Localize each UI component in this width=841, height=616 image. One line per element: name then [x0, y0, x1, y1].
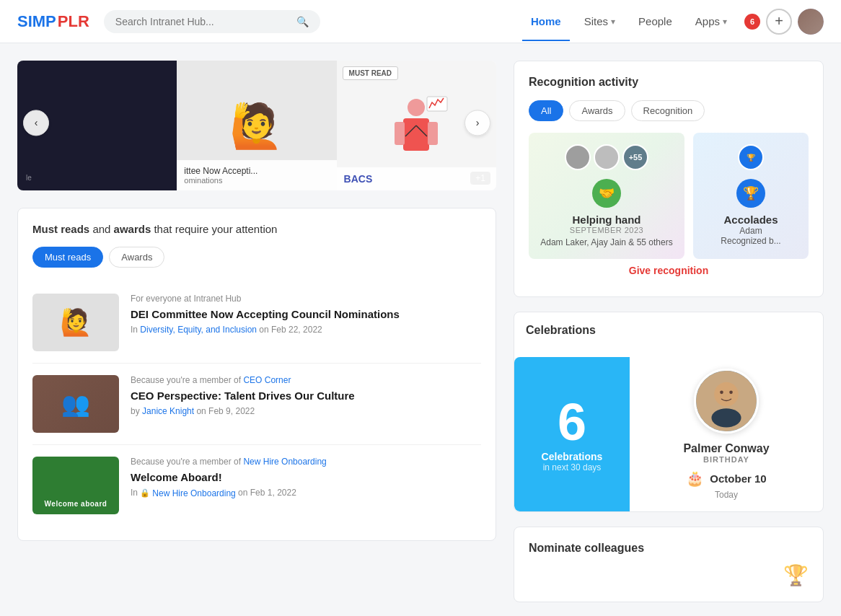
carousel-slides: le 🙋 ittee Now Accepti... ominations MUS… — [17, 61, 496, 190]
recognition-tab-all[interactable]: All — [529, 100, 563, 121]
svg-point-10 — [720, 391, 723, 395]
slide-3-illustration — [380, 82, 452, 169]
page-content: le 🙋 ittee Now Accepti... ominations MUS… — [0, 43, 841, 616]
must-reads-tabs: Must reads Awards — [32, 247, 481, 268]
article-welcome-group-link[interactable]: New Hire Onboarding — [243, 457, 326, 467]
today-badge: Today — [715, 490, 738, 500]
rec-helping-title: Helping hand — [540, 214, 673, 226]
article-ceo-author-link[interactable]: Janice Knight — [142, 406, 194, 416]
svg-rect-6 — [427, 97, 447, 111]
celebrations-card: Celebrations 6 Celebrations in next 30 d… — [514, 312, 824, 512]
person-avatar — [694, 369, 759, 434]
rec-avatar-plus: +55 — [622, 144, 648, 170]
article-dei-sub: In Diversity, Equity, and Inclusion on F… — [131, 325, 400, 335]
article-welcome-thumb: Welcome aboard — [32, 457, 119, 514]
carousel-slide-2: 🙋 ittee Now Accepti... ominations — [177, 61, 336, 190]
rec-helping-people: Adam Laker, Ajay Jain & 55 others — [540, 237, 673, 247]
give-recognition-button[interactable]: Give recognition — [529, 259, 809, 282]
article-dei-audience: For everyone at Intranet Hub — [131, 294, 400, 304]
svg-point-8 — [714, 382, 739, 407]
add-button[interactable]: + — [766, 9, 792, 35]
slide-1-text: le — [26, 174, 32, 182]
carousel: le 🙋 ittee Now Accepti... ominations MUS… — [17, 61, 496, 190]
nominate-title: Nominate colleagues — [529, 542, 809, 555]
main-nav: Home Sites ▾ People Apps ▾ 6 + — [522, 9, 824, 35]
rec-helping-date: SEPTEMBER 2023 — [540, 226, 673, 234]
slide-3-title: BACS — [337, 167, 496, 190]
nav-apps[interactable]: Apps ▾ — [687, 9, 736, 33]
article-dei-title[interactable]: DEI Committee Now Accepting Council Nomi… — [131, 307, 400, 322]
article-dei: 🙋 For everyone at Intranet Hub DEI Commi… — [32, 282, 481, 364]
celebrations-inner: 6 Celebrations in next 30 days — [514, 357, 823, 511]
person-birthday-label: BIRTHDAY — [703, 455, 749, 464]
main-column: le 🙋 ittee Now Accepti... ominations MUS… — [17, 61, 496, 602]
birthday-row: 🎂 October 10 — [686, 470, 766, 487]
article-ceo-title[interactable]: CEO Perspective: Talent Drives Our Cultu… — [131, 388, 355, 403]
svg-point-0 — [408, 99, 425, 116]
welcome-thumb-text: Welcome aboard — [45, 500, 107, 509]
logo-sim: SIMP — [17, 12, 56, 31]
birthday-cake-icon: 🎂 — [686, 470, 704, 487]
rec-avatar-1 — [565, 144, 591, 170]
svg-rect-3 — [428, 122, 438, 145]
user-avatar-img — [798, 9, 824, 35]
must-reads-intro: Must reads and awards that require your … — [32, 223, 481, 235]
recognition-tab-awards[interactable]: Awards — [569, 100, 625, 121]
article-ceo-group-link[interactable]: CEO Corner — [243, 375, 291, 385]
helping-hand-badge-icon: 🤝 — [592, 179, 621, 208]
recognition-cards: +55 🤝 Helping hand SEPTEMBER 2023 Adam L… — [529, 133, 809, 259]
notification-badge: 6 — [744, 14, 760, 30]
person-face-svg — [696, 369, 757, 434]
article-dei-thumb: 🙋 — [32, 294, 119, 351]
carousel-next-button[interactable]: › — [464, 110, 490, 136]
user-avatar[interactable] — [798, 9, 824, 35]
celebrations-count-panel: 6 Celebrations in next 30 days — [514, 357, 630, 511]
celebrations-title: Celebrations — [526, 324, 811, 337]
recognition-card-helping-hand: +55 🤝 Helping hand SEPTEMBER 2023 Adam L… — [529, 133, 684, 259]
must-read-badge: MUST READ — [343, 66, 398, 80]
accolades-badge-icon: 🏆 — [736, 179, 765, 208]
search-box[interactable]: 🔍 — [104, 10, 320, 33]
svg-rect-2 — [395, 122, 405, 145]
notification-bell[interactable]: 6 — [741, 14, 760, 30]
nominate-icon-wrap: 🏆 — [529, 563, 809, 587]
lock-icon: 🔒 — [140, 488, 150, 498]
logo-plr: PLR — [58, 12, 89, 31]
trophy-icon: 🏆 — [783, 563, 809, 587]
welcome-category-wrap: 🔒 New Hire Onboarding — [140, 488, 235, 498]
tab-awards[interactable]: Awards — [109, 247, 164, 268]
person-name: Palmer Conway — [683, 442, 769, 455]
dei-thumb-icon: 🙋 — [60, 307, 92, 338]
nav-sites[interactable]: Sites ▾ — [576, 9, 624, 33]
rec-avatar-2 — [594, 144, 620, 170]
logo[interactable]: SIMPPLR — [17, 12, 89, 31]
rec-accolades-title: Accolades — [705, 214, 797, 226]
search-icon: 🔍 — [296, 16, 309, 27]
article-ceo-body: Because you're a member of CEO Corner CE… — [131, 375, 355, 416]
svg-point-9 — [711, 408, 741, 427]
recognition-tab-recognition[interactable]: Recognition — [631, 100, 705, 121]
nav-home[interactable]: Home — [522, 9, 570, 33]
article-welcome-title[interactable]: Welcome Aboard! — [131, 470, 327, 485]
recognition-title: Recognition activity — [529, 76, 809, 89]
article-welcome-audience: Because you're a member of New Hire Onbo… — [131, 457, 327, 467]
svg-point-11 — [729, 391, 733, 395]
rec-avatars-helping: +55 — [540, 144, 673, 170]
recognition-card: Recognition activity All Awards Recognit… — [514, 61, 824, 297]
carousel-prev-button[interactable]: ‹ — [23, 110, 49, 136]
tab-must-reads[interactable]: Must reads — [32, 247, 103, 268]
search-input[interactable] — [115, 16, 291, 27]
article-ceo: 👥 Because you're a member of CEO Corner … — [32, 364, 481, 445]
article-welcome-sub: In 🔒 New Hire Onboarding on Feb 1, 2022 — [131, 488, 327, 498]
article-dei-category-link[interactable]: Diversity, Equity, and Inclusion — [140, 325, 257, 335]
recognition-tabs: All Awards Recognition — [529, 100, 809, 121]
article-ceo-audience: Because you're a member of CEO Corner — [131, 375, 355, 385]
header: SIMPPLR 🔍 Home Sites ▾ People Apps ▾ 6 + — [0, 0, 841, 43]
article-welcome-body: Because you're a member of New Hire Onbo… — [131, 457, 327, 498]
nav-people[interactable]: People — [630, 9, 681, 33]
article-welcome-category-link[interactable]: New Hire Onboarding — [152, 488, 235, 498]
article-ceo-thumb: 👥 — [32, 375, 119, 433]
celebration-person: Palmer Conway BIRTHDAY 🎂 October 10 Toda… — [630, 357, 823, 511]
recognition-cards-wrap: +55 🤝 Helping hand SEPTEMBER 2023 Adam L… — [529, 133, 809, 259]
article-dei-body: For everyone at Intranet Hub DEI Committ… — [131, 294, 400, 335]
